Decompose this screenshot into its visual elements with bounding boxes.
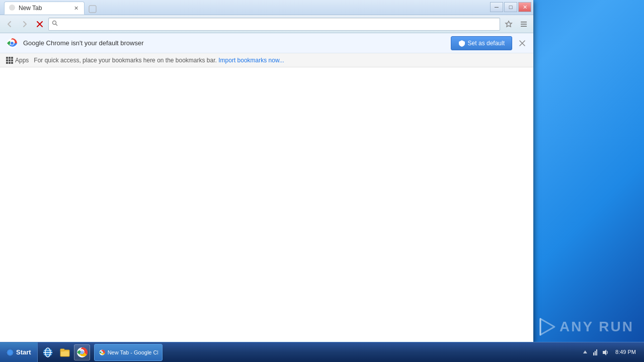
taskbar-ie-icon[interactable]: [40, 344, 56, 360]
svg-rect-8: [521, 24, 527, 25]
svg-point-31: [81, 351, 83, 353]
search-icon: [52, 20, 58, 28]
svg-rect-7: [521, 22, 527, 23]
minimize-button[interactable]: ─: [490, 2, 503, 12]
browser-content: [0, 67, 533, 343]
svg-point-12: [11, 42, 14, 45]
apps-button[interactable]: Apps: [4, 56, 31, 65]
notification-bar: Google Chrome isn't your default browser…: [0, 33, 533, 53]
start-label: Start: [16, 348, 31, 356]
volume-icon: [601, 348, 609, 356]
svg-rect-27: [61, 351, 69, 356]
maximize-button[interactable]: □: [504, 2, 517, 12]
clock-time: 8:49 PM: [615, 348, 636, 356]
svg-point-4: [53, 21, 56, 25]
system-clock: 8:49 PM: [611, 348, 640, 356]
notification-close-button[interactable]: [517, 38, 527, 48]
svg-rect-37: [595, 351, 596, 355]
notification-message: Google Chrome isn't your default browser: [23, 39, 446, 47]
taskbar: Start: [0, 342, 644, 362]
svg-rect-9: [521, 26, 527, 27]
svg-marker-6: [506, 21, 512, 27]
bookmark-button[interactable]: [502, 18, 515, 30]
svg-marker-39: [603, 349, 606, 355]
svg-point-0: [9, 5, 15, 11]
tab-label: New Tab: [19, 5, 69, 12]
svg-rect-26: [60, 349, 64, 351]
anyrun-logo-icon: [536, 317, 556, 337]
tab-close-button[interactable]: ✕: [72, 4, 80, 12]
taskbar-chrome-window[interactable]: New Tab - Google Chro...: [94, 344, 163, 361]
taskbar-explorer-icon[interactable]: [57, 344, 73, 360]
svg-marker-35: [583, 350, 587, 353]
svg-rect-38: [596, 349, 597, 355]
reload-button[interactable]: [33, 18, 46, 30]
desktop: New Tab ✕ ─ □ ✕: [0, 0, 644, 362]
tray-up-arrow-icon[interactable]: [581, 348, 589, 356]
show-desktop-button[interactable]: [569, 345, 579, 360]
anyrun-watermark: ANY RUN: [536, 317, 634, 337]
forward-button[interactable]: [18, 18, 31, 30]
chrome-logo-icon: [6, 37, 18, 49]
apps-grid-icon: [6, 57, 13, 64]
omnibox[interactable]: [48, 18, 500, 31]
svg-rect-36: [593, 352, 594, 355]
close-window-button[interactable]: ✕: [518, 2, 531, 12]
svg-line-5: [56, 24, 58, 26]
chrome-window-title: New Tab - Google Chro...: [108, 349, 158, 355]
import-bookmarks-link[interactable]: Import bookmarks now...: [218, 57, 284, 64]
svg-rect-1: [89, 6, 96, 13]
new-tab-button[interactable]: [86, 4, 100, 15]
svg-point-34: [101, 351, 103, 353]
title-bar: New Tab ✕ ─ □ ✕: [0, 0, 533, 15]
taskbar-quick-launch: [38, 344, 92, 360]
back-button[interactable]: [3, 18, 16, 30]
chrome-taskbar-icon: [76, 347, 88, 358]
svg-marker-15: [540, 319, 554, 335]
bookmarks-bar: Apps For quick access, place your bookma…: [0, 53, 533, 67]
anyrun-text: ANY RUN: [559, 319, 634, 335]
chrome-window-icon: [99, 349, 106, 356]
network-icon: [591, 348, 599, 356]
address-input[interactable]: [60, 20, 497, 28]
tab-strip: New Tab ✕: [2, 0, 100, 15]
svg-point-19: [8, 350, 13, 355]
browser-tab-newtab[interactable]: New Tab ✕: [4, 2, 85, 15]
browser-toolbar: [0, 15, 533, 33]
window-controls: ─ □ ✕: [490, 2, 531, 12]
windows-orb-icon: [6, 348, 14, 356]
taskbar-chrome-icon[interactable]: [74, 344, 90, 360]
taskbar-open-windows: New Tab - Google Chro...: [92, 342, 565, 362]
chrome-menu-button[interactable]: [517, 18, 530, 30]
shield-icon: [458, 40, 465, 47]
bookmarks-hint-text: For quick access, place your bookmarks h…: [34, 57, 284, 64]
apps-label: Apps: [15, 57, 29, 64]
set-default-button[interactable]: Set as default: [451, 36, 512, 50]
set-default-label: Set as default: [468, 40, 505, 47]
tab-favicon: [9, 4, 16, 13]
start-button[interactable]: Start: [0, 342, 38, 363]
browser-window: New Tab ✕ ─ □ ✕: [0, 0, 533, 343]
system-tray: 8:49 PM: [565, 342, 644, 362]
